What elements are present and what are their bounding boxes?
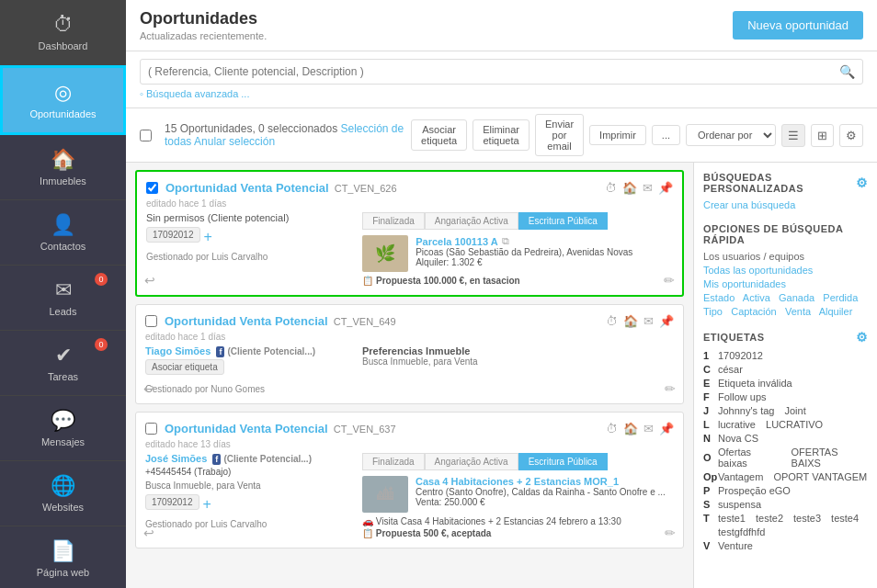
pin-icon[interactable]: 📌 (659, 422, 674, 435)
tag-badge[interactable]: 17092012 (146, 227, 200, 243)
config-icon[interactable]: ⚙ (839, 124, 863, 147)
tag-lucrative[interactable]: lucrative (718, 419, 756, 430)
step-angariacao[interactable]: Angariação Activa (425, 212, 518, 230)
step-finalizada[interactable]: Finalizada (362, 453, 425, 470)
pin-icon[interactable]: 📌 (659, 314, 674, 328)
tag-vantagem[interactable]: Vantagem (718, 471, 763, 482)
status-activa[interactable]: Activa (743, 292, 770, 303)
tag-prospeco[interactable]: Prospeção eGO (718, 485, 791, 496)
card-checkbox[interactable] (146, 182, 158, 194)
tag-nova-cs[interactable]: Nova CS (718, 433, 758, 444)
sidebar-item-dashboard[interactable]: ⏱ Dashboard (0, 0, 126, 65)
tag-testgfdfhfd[interactable]: testgfdfhfd (718, 526, 765, 537)
type-captacion[interactable]: Captación (731, 306, 777, 317)
new-opportunity-button[interactable]: Nueva oportunidad (733, 11, 863, 40)
associate-label-badge[interactable]: Asociar etiqueta (145, 359, 224, 375)
remove-label-button[interactable]: Eliminar etiqueta (473, 119, 530, 151)
card-checkbox[interactable] (145, 423, 157, 435)
step-escritura[interactable]: Escritura Pública (518, 453, 608, 470)
list-item: E Etiqueta inválida (703, 378, 868, 389)
tag-venture[interactable]: Venture (718, 540, 753, 551)
sidebar-item-tareas[interactable]: ✔ Tareas 0 (0, 331, 126, 396)
tag-teste2[interactable]: teste2 (756, 513, 783, 524)
sidebar-item-contactos[interactable]: 👤 Contactos (0, 200, 126, 266)
step-finalizada[interactable]: Finalizada (362, 212, 425, 230)
tag-ofertas-baixas[interactable]: Ofertas baixas (718, 447, 780, 469)
advanced-search-link[interactable]: ◦ Búsqueda avanzada ... (140, 88, 250, 99)
search-input[interactable] (148, 65, 839, 78)
opportunity-title[interactable]: Oportunidad Venta Potencial (165, 314, 328, 328)
client-name[interactable]: José Simões (145, 453, 207, 464)
home-icon[interactable]: 🏠 (623, 422, 638, 435)
edit-icon[interactable]: ✏ (664, 273, 675, 288)
tag-johnnys[interactable]: Johnny's tag (718, 405, 774, 416)
deselect-link[interactable]: Anular selección (194, 135, 275, 148)
sidebar-label-websites: Websites (42, 502, 84, 513)
step-angariacao[interactable]: Angariação Activa (425, 453, 518, 470)
type-alquiler[interactable]: Alquiler (819, 306, 853, 317)
email-icon[interactable]: ✉ (644, 314, 654, 328)
pin-icon[interactable]: 📌 (658, 181, 673, 195)
tag-17092012[interactable]: 17092012 (718, 350, 763, 361)
sidebar-item-oportunidades[interactable]: ◎ Oportunidades (0, 65, 126, 135)
list-view-icon[interactable]: ☰ (781, 124, 805, 147)
tag-follow-ups[interactable]: Follow ups (718, 391, 767, 402)
sidebar-item-inmuebles[interactable]: 🏠 Inmuebles (0, 135, 126, 200)
property-name[interactable]: Casa 4 Habitaciones + 2 Estancias MOR_1 (416, 476, 619, 487)
sidebar-item-mensajes[interactable]: 💬 Mensajes (0, 396, 126, 461)
edit-icon[interactable]: ✏ (665, 381, 676, 396)
add-tag-icon[interactable]: + (204, 229, 212, 245)
card-checkbox[interactable] (145, 315, 157, 327)
print-button[interactable]: Imprimir (589, 125, 646, 145)
tag-ofertas-baixs[interactable]: OFERTAS BAIXS (792, 447, 868, 469)
tag-suspensa[interactable]: suspensa (718, 499, 761, 510)
tag-lucrativo[interactable]: LUCRATIVO (766, 419, 823, 430)
sidebar-item-leads[interactable]: ✉ Leads 0 (0, 266, 126, 331)
tag-etiqueta-invalida[interactable]: Etiqueta inválida (718, 378, 792, 389)
my-opportunities-link[interactable]: Mis oportunidades (703, 278, 868, 289)
status-ganada[interactable]: Ganada (779, 292, 814, 303)
tag-badge[interactable]: 17092012 (145, 494, 199, 510)
dashboard-icon: ⏱ (53, 13, 74, 37)
opportunity-title[interactable]: Oportunidad Venta Potencial (165, 422, 328, 435)
sidebar-item-websites[interactable]: 🌐 Websites (0, 461, 126, 526)
email-icon[interactable]: ✉ (643, 181, 653, 195)
more-button[interactable]: ... (652, 125, 680, 145)
tag-list: 1 17092012 C césar E Etiqueta inválida F… (703, 350, 868, 551)
client-name[interactable]: Tiago Simões (145, 345, 211, 356)
edit-icon[interactable]: ✏ (665, 526, 676, 540)
grid-view-icon[interactable]: ⊞ (811, 124, 834, 147)
header-text: Oportunidades Actualizadas recientemente… (140, 9, 267, 41)
custom-searches-gear[interactable]: ⚙ (856, 175, 869, 190)
tag-cesar[interactable]: césar (718, 364, 743, 375)
associate-label-button[interactable]: Asociar etiqueta (411, 119, 467, 151)
clock-icon[interactable]: ⏱ (606, 422, 618, 435)
send-email-button[interactable]: Enviar por email (535, 114, 584, 156)
sort-select[interactable]: Ordenar por (686, 124, 776, 146)
all-opportunities-link[interactable]: Todas las oportunidades (703, 265, 868, 276)
status-perdida[interactable]: Perdida (823, 292, 858, 303)
sidebar-item-pagina-web[interactable]: 📄 Página web (0, 526, 126, 588)
tag-joint[interactable]: Joint (784, 405, 805, 416)
card-body: Sin permisos (Cliente potencial) 1709201… (146, 212, 673, 286)
tag-teste4[interactable]: teste4 (831, 513, 859, 524)
add-tag-icon[interactable]: + (203, 496, 211, 513)
clock-icon[interactable]: ⏱ (605, 181, 617, 195)
create-search-link[interactable]: Crear una búsqueda (703, 199, 868, 210)
clock-icon[interactable]: ⏱ (606, 314, 618, 328)
tag-oport-vantagem[interactable]: OPORT VANTAGEM (773, 471, 867, 482)
tag-teste1[interactable]: teste1 (718, 513, 746, 524)
property-link-icon: ⧉ (502, 235, 509, 247)
email-icon[interactable]: ✉ (644, 422, 654, 435)
property-name[interactable]: Parcela 100113 A (416, 236, 498, 247)
select-all-checkbox[interactable] (140, 130, 152, 141)
tags-gear[interactable]: ⚙ (856, 330, 869, 345)
tag-teste3[interactable]: teste3 (793, 513, 821, 524)
card-meta: editado hace 1 días (146, 198, 673, 209)
type-venta[interactable]: Venta (785, 306, 811, 317)
home-icon[interactable]: 🏠 (623, 314, 638, 328)
opportunity-count: 15 Oportunidades, 0 seleccionados Selecc… (165, 122, 411, 148)
home-icon[interactable]: 🏠 (622, 181, 637, 195)
opportunity-title[interactable]: Oportunidad Venta Potencial (165, 181, 329, 195)
step-escritura[interactable]: Escritura Pública (518, 212, 608, 230)
